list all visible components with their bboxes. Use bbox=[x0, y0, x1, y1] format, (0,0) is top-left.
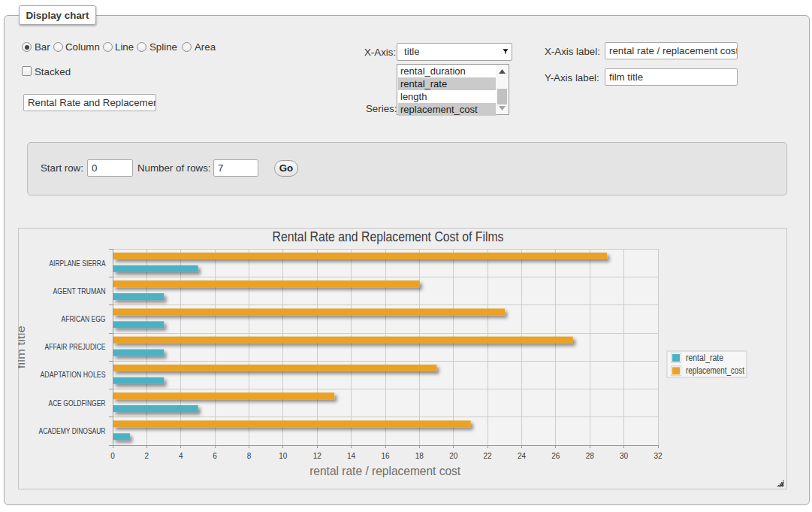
svg-text:ACADEMY DINOSAUR: ACADEMY DINOSAUR bbox=[39, 427, 106, 435]
svg-text:rental rate / replacement cost: rental rate / replacement cost bbox=[309, 464, 460, 478]
svg-text:16: 16 bbox=[381, 452, 390, 460]
svg-text:32: 32 bbox=[654, 452, 663, 460]
svg-text:20: 20 bbox=[449, 452, 458, 460]
svg-text:22: 22 bbox=[484, 452, 493, 460]
svg-text:AIRPLANE SIERRA: AIRPLANE SIERRA bbox=[50, 259, 106, 268]
svg-text:8: 8 bbox=[247, 452, 252, 460]
svg-text:AGENT TRUMAN: AGENT TRUMAN bbox=[53, 287, 106, 295]
svg-text:Rental Rate and Replacement Co: Rental Rate and Replacement Cost of Film… bbox=[273, 229, 504, 244]
svg-text:ADAPTATION HOLES: ADAPTATION HOLES bbox=[41, 371, 106, 379]
svg-text:4: 4 bbox=[179, 452, 183, 460]
svg-text:14: 14 bbox=[347, 452, 356, 460]
svg-text:28: 28 bbox=[586, 452, 595, 460]
svg-text:AFFAIR PREJUDICE: AFFAIR PREJUDICE bbox=[45, 343, 106, 351]
svg-text:film title: film title bbox=[18, 326, 28, 368]
svg-text:26: 26 bbox=[551, 452, 560, 460]
svg-text:10: 10 bbox=[279, 452, 288, 460]
svg-text:24: 24 bbox=[518, 452, 527, 460]
svg-text:ACE GOLDFINGER: ACE GOLDFINGER bbox=[49, 399, 106, 407]
svg-text:2: 2 bbox=[145, 452, 149, 460]
svg-text:12: 12 bbox=[313, 452, 322, 460]
svg-text:30: 30 bbox=[620, 452, 629, 460]
svg-text:0: 0 bbox=[110, 452, 115, 460]
svg-text:replacement_cost: replacement_cost bbox=[686, 365, 744, 376]
svg-text:rental_rate: rental_rate bbox=[686, 353, 723, 363]
svg-text:AFRICAN EGG: AFRICAN EGG bbox=[62, 315, 106, 323]
svg-text:6: 6 bbox=[213, 452, 217, 460]
svg-text:18: 18 bbox=[415, 452, 424, 460]
